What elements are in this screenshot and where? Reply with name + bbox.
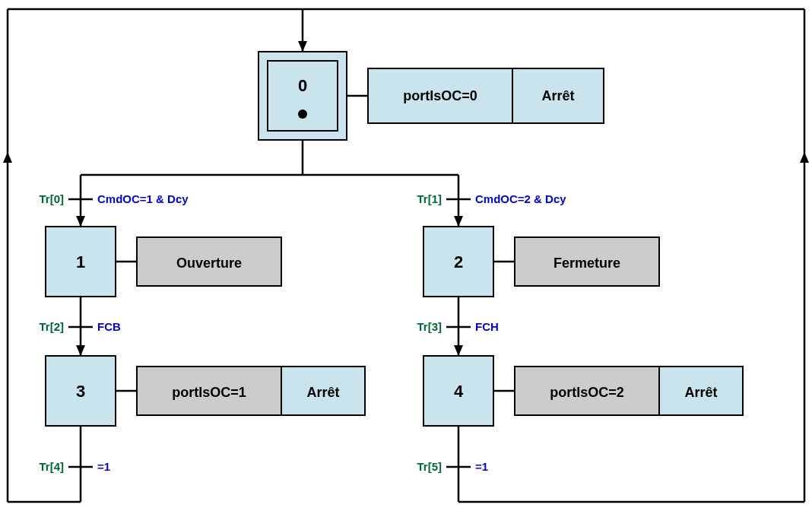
step-2-action-0: Fermeture xyxy=(553,256,620,271)
tr3-label: Tr[3] xyxy=(417,320,442,333)
transition-5: Tr[5] =1 xyxy=(417,460,488,473)
step-0-actions: portIsOC=0 Arrêt xyxy=(347,68,604,123)
step-2-number: 2 xyxy=(454,252,463,271)
step-2: 2 xyxy=(423,227,493,297)
tr4-cond: =1 xyxy=(97,460,110,473)
svg-marker-34 xyxy=(76,345,85,356)
tr1-cond: CmdOC=2 & Dcy xyxy=(475,192,566,205)
tr0-cond: CmdOC=1 & Dcy xyxy=(97,192,189,205)
step-0: 0 xyxy=(259,52,347,140)
step-3-number: 3 xyxy=(76,382,85,401)
step-3-actions: portIsOC=1 Arrêt xyxy=(116,367,365,415)
tr3-cond: FCH xyxy=(475,320,499,333)
tr1-label: Tr[1] xyxy=(417,192,442,205)
tr5-label: Tr[5] xyxy=(417,460,442,473)
step-4: 4 xyxy=(423,356,493,426)
tr5-cond: =1 xyxy=(475,460,488,473)
svg-rect-7 xyxy=(259,52,347,140)
grafcet-diagram: 0 portIsOC=0 Arrêt Tr[0] CmdOC=1 & Dcy T… xyxy=(0,0,812,511)
svg-marker-20 xyxy=(454,216,463,227)
step-3-action-0: portIsOC=1 xyxy=(172,385,246,400)
svg-marker-37 xyxy=(454,345,463,356)
svg-marker-18 xyxy=(76,216,85,227)
tr4-label: Tr[4] xyxy=(39,460,64,473)
step-4-number: 4 xyxy=(454,382,464,401)
transition-1: Tr[1] CmdOC=2 & Dcy xyxy=(417,192,566,205)
step-1-number: 1 xyxy=(76,252,85,271)
step-1: 1 xyxy=(46,227,116,297)
tr0-label: Tr[0] xyxy=(39,192,64,205)
svg-marker-2 xyxy=(3,152,12,163)
tr2-label: Tr[2] xyxy=(39,320,64,333)
svg-marker-6 xyxy=(298,41,307,52)
step-0-number: 0 xyxy=(298,76,307,95)
step-1-action-0: Ouverture xyxy=(176,256,242,271)
step-0-token xyxy=(298,110,307,119)
step-3-action-1: Arrêt xyxy=(306,385,339,400)
tr2-cond: FCB xyxy=(97,320,121,333)
step-4-action-1: Arrêt xyxy=(684,385,717,400)
transition-0: Tr[0] CmdOC=1 & Dcy xyxy=(39,192,189,205)
step-4-actions: portIsOC=2 Arrêt xyxy=(493,367,743,415)
step-1-actions: Ouverture xyxy=(116,237,281,286)
step-0-action-1: Arrêt xyxy=(541,88,574,103)
step-2-actions: Fermeture xyxy=(493,237,659,286)
step-0-action-0: portIsOC=0 xyxy=(403,88,477,103)
step-4-action-0: portIsOC=2 xyxy=(550,385,624,400)
step-3: 3 xyxy=(46,356,116,426)
transition-4: Tr[4] =1 xyxy=(39,460,110,473)
svg-marker-4 xyxy=(800,152,809,163)
